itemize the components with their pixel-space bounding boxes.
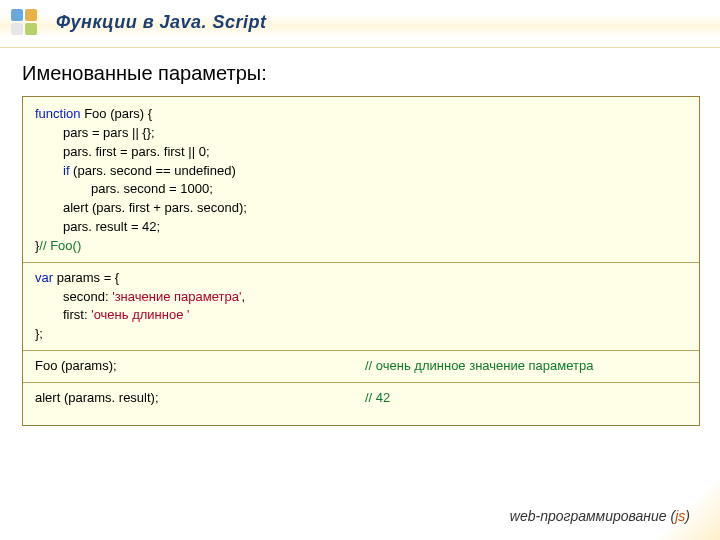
string-literal: 'значение параметра' — [112, 289, 241, 304]
comment: // Foo() — [39, 238, 81, 253]
code-text: second: — [63, 289, 112, 304]
code-text: (pars. second == undefined) — [70, 163, 236, 178]
code-line: pars. second = 1000; — [35, 180, 687, 199]
code-line: pars. first = pars. first || 0; — [35, 143, 687, 162]
code-text: , — [241, 289, 245, 304]
comment: // очень длинное значение параметра — [365, 357, 687, 376]
logo-icon — [10, 8, 38, 36]
code-line: pars = pars || {}; — [35, 124, 687, 143]
footer-label: web-программирование ( — [510, 508, 675, 524]
string-literal: 'очень длинное ' — [91, 307, 189, 322]
code-box: function Foo (pars) { pars = pars || {};… — [22, 96, 700, 426]
divider — [23, 382, 699, 383]
footer-close: ) — [685, 508, 690, 524]
divider — [23, 262, 699, 263]
code-line: var params = { — [35, 269, 687, 288]
code-line: pars. result = 42; — [35, 218, 687, 237]
keyword: var — [35, 270, 53, 285]
comment: // 42 — [365, 389, 687, 408]
code-text: first: — [63, 307, 91, 322]
keyword: function — [35, 106, 81, 121]
corner-decoration — [620, 470, 720, 540]
code-line: function Foo (pars) { — [35, 105, 687, 124]
code-line: if (pars. second == undefined) — [35, 162, 687, 181]
footer-text: web-программирование (js) — [510, 508, 690, 524]
code-line: alert (pars. first + pars. second); — [35, 199, 687, 218]
section-subtitle: Именованные параметры: — [22, 62, 267, 85]
code-line: second: 'значение параметра', — [35, 288, 687, 307]
code-line: Foo (params); — [35, 357, 365, 376]
divider — [23, 350, 699, 351]
footer-js: js — [675, 508, 685, 524]
code-text: params = { — [53, 270, 119, 285]
code-line: }; — [35, 325, 687, 344]
code-row: alert (params. result); // 42 — [35, 389, 687, 408]
code-row: Foo (params); // очень длинное значение … — [35, 357, 687, 376]
code-line: first: 'очень длинное ' — [35, 306, 687, 325]
code-line: }// Foo() — [35, 237, 687, 256]
code-text: Foo (pars) { — [81, 106, 153, 121]
code-line: alert (params. result); — [35, 389, 365, 408]
slide-title: Функции в Java. Script — [56, 12, 267, 33]
